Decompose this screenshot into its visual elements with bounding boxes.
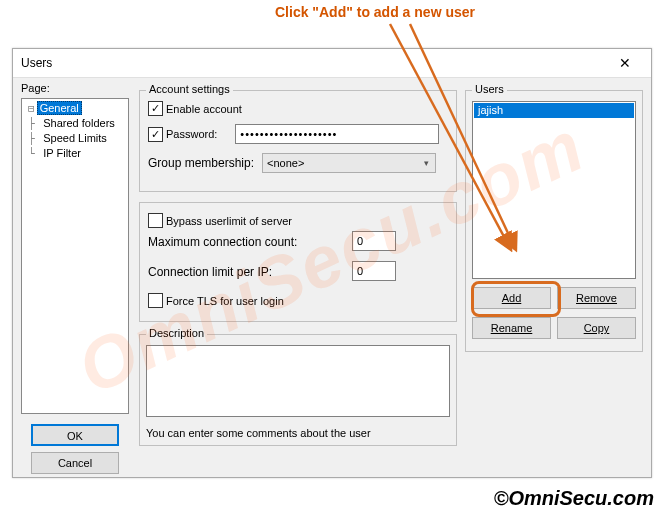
users-list[interactable]: jajish <box>472 101 636 279</box>
force-tls-checkbox[interactable]: Force TLS for user login <box>148 293 284 308</box>
ok-button[interactable]: OK <box>31 424 119 446</box>
add-user-button[interactable]: Add <box>472 287 551 309</box>
max-connection-input[interactable]: 0 <box>352 231 396 251</box>
page-label: Page: <box>21 82 50 94</box>
password-checkbox[interactable]: Password: <box>148 127 217 142</box>
tree-item-speed-limits[interactable]: ├ Speed Limits <box>24 131 126 146</box>
cancel-button[interactable]: Cancel <box>31 452 119 474</box>
copyright-label: ©OmniSecu.com <box>494 487 654 510</box>
group-membership-select[interactable]: <none> ▾ <box>262 153 436 173</box>
remove-user-button[interactable]: Remove <box>557 287 636 309</box>
enable-account-label: Enable account <box>166 103 242 115</box>
titlebar: Users ✕ <box>13 49 651 78</box>
password-field[interactable]: •••••••••••••••••••• <box>235 124 439 144</box>
group-membership-label: Group membership: <box>148 156 254 170</box>
account-settings-group: Account settings Enable account Password… <box>139 90 457 192</box>
tree-item-ip-filter[interactable]: └ IP Filter <box>24 146 126 161</box>
limits-group: Bypass userlimit of server Maximum conne… <box>139 202 457 322</box>
copy-user-button[interactable]: Copy <box>557 317 636 339</box>
bypass-userlimit-checkbox[interactable]: Bypass userlimit of server <box>148 213 292 228</box>
description-textarea[interactable] <box>146 345 450 417</box>
users-legend: Users <box>472 83 507 95</box>
account-settings-legend: Account settings <box>146 83 233 95</box>
enable-account-checkbox[interactable]: Enable account <box>148 101 242 116</box>
conn-limit-ip-label: Connection limit per IP: <box>148 265 272 279</box>
bypass-userlimit-label: Bypass userlimit of server <box>166 215 292 227</box>
rename-user-button[interactable]: Rename <box>472 317 551 339</box>
users-group: Users jajish Add Remove Rename Copy <box>465 90 643 352</box>
max-connection-label: Maximum connection count: <box>148 235 297 249</box>
password-label: Password: <box>166 128 217 140</box>
user-list-item[interactable]: jajish <box>474 103 634 118</box>
chevron-down-icon: ▾ <box>424 154 431 172</box>
tree-item-shared-folders[interactable]: ├ Shared folders <box>24 116 126 131</box>
tree-item-general[interactable]: ⊟General <box>24 101 126 116</box>
page-tree[interactable]: ⊟General ├ Shared folders ├ Speed Limits… <box>21 98 129 414</box>
description-hint: You can enter some comments about the us… <box>146 427 371 439</box>
force-tls-label: Force TLS for user login <box>166 295 284 307</box>
description-group: Description You can enter some comments … <box>139 334 457 446</box>
close-button[interactable]: ✕ <box>607 55 643 71</box>
window-title: Users <box>21 56 607 70</box>
description-legend: Description <box>146 327 207 339</box>
users-dialog: Users ✕ Page: ⊟General ├ Shared folders … <box>12 48 652 478</box>
conn-limit-ip-input[interactable]: 0 <box>352 261 396 281</box>
instruction-label: Click "Add" to add a new user <box>275 4 475 20</box>
